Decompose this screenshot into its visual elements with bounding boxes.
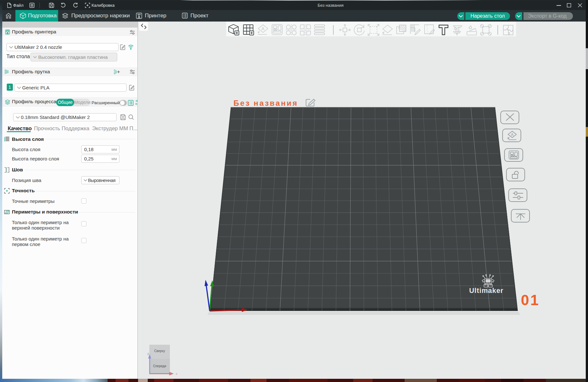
- svg-text:A: A: [261, 26, 265, 31]
- svg-text:A: A: [511, 132, 513, 137]
- svg-text:z: z: [147, 352, 149, 356]
- svg-text:x: x: [176, 372, 178, 376]
- svg-text:Ultimaker: Ultimaker: [469, 287, 504, 295]
